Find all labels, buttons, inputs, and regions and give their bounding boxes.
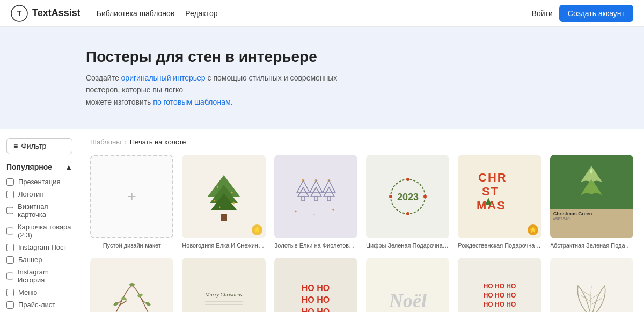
template-card-green-numbers[interactable]: 2023 Цифры Зеленая Подарочная Насте...: [366, 155, 449, 249]
template-visual-hohoho2: HO HO HO HO HO HO HO HO HO: [458, 258, 541, 312]
sidebar-item-instagram-story[interactable]: Instagram История: [6, 266, 72, 286]
content-area: Шаблоны › Печать на холсте + Пустой диза…: [79, 129, 644, 312]
template-card-hohoho2[interactable]: HO HO HO HO HO HO HO HO HO HO HO HO 2: [458, 258, 541, 312]
sidebar-item-label: Презентация: [18, 178, 61, 186]
svg-text:✦: ✦: [216, 185, 219, 190]
add-design-button[interactable]: +: [90, 155, 173, 238]
sidebar-item-label: Визитная карточка: [18, 202, 72, 219]
abstract-tree-svg: [575, 163, 608, 201]
nav-editor[interactable]: Редактор: [185, 9, 217, 18]
template-label-purple-trees: Золотые Елки на Фиолетовом Фоне...: [274, 242, 357, 249]
hero-link-interior[interactable]: оригинальный интерьер: [121, 74, 206, 82]
create-account-button[interactable]: Создать аккаунт: [559, 5, 633, 22]
svg-rect-21: [327, 197, 331, 201]
template-label-green-numbers: Цифры Зеленая Подарочная Насте...: [366, 242, 449, 249]
svg-text:HO HO HO: HO HO HO: [484, 292, 516, 299]
header: T TextAssist Библиотека шаблонов Редакто…: [0, 0, 644, 27]
header-actions: Войти Создать аккаунт: [532, 5, 633, 22]
featured-badge-1: ⭐: [252, 224, 262, 235]
svg-point-30: [406, 212, 409, 215]
svg-text:✦: ✦: [232, 201, 236, 206]
template-card-purple-trees[interactable]: ✦ ✦ ✦ Золотые Елки на Фиолетовом Фоне...: [274, 155, 357, 249]
template-label-christmas-text: Рождественская Подарочная Наст...: [458, 242, 541, 249]
svg-text:HO HO HO: HO HO HO: [484, 301, 516, 308]
featured-badge-2: ⭐: [528, 224, 538, 235]
card-thumb-branches: [90, 258, 173, 312]
template-card-noel[interactable]: Noël Noel: [366, 258, 449, 312]
sidebar-item-presentation[interactable]: Презентация: [6, 176, 72, 188]
template-visual-merry-christmas: Marry Christmas: [182, 258, 265, 312]
svg-point-29: [423, 195, 427, 198]
svg-marker-19: [323, 180, 335, 193]
card-thumb-hohoho2: HO HO HO HO HO HO HO HO HO: [458, 258, 541, 312]
christmas-green-code: #587540: [553, 216, 570, 221]
checkbox-menu[interactable]: [6, 289, 14, 296]
card-thumb-noel: Noël: [366, 258, 449, 312]
svg-marker-15: [310, 180, 323, 193]
sidebar-item-label: Instagram Пост: [18, 243, 67, 251]
svg-text:HO HO: HO HO: [302, 284, 330, 293]
template-card-empty[interactable]: + Пустой дизайн-макет: [90, 155, 173, 249]
card-thumb-purple-trees: ✦ ✦ ✦: [274, 155, 357, 238]
svg-text:ST: ST: [482, 185, 499, 198]
svg-point-38: [129, 283, 135, 286]
svg-rect-13: [302, 197, 305, 201]
template-card-branches[interactable]: Ветви: [90, 258, 173, 312]
template-card-christmas-tree[interactable]: ✦ ✦ ✦ ✦ ✦ ⭐ Новогодняя Елка И Снежинки П…: [182, 155, 265, 249]
template-card-leaf[interactable]: Лист: [550, 258, 633, 312]
sidebar-item-label: Прайс-лист: [18, 301, 55, 309]
sidebar-item-instagram-post[interactable]: Instagram Пост: [6, 241, 72, 253]
checkbox-product-card[interactable]: [6, 227, 13, 235]
template-visual-noel: Noël: [366, 258, 449, 312]
checkbox-business-card[interactable]: [6, 207, 13, 214]
branches-svg: [108, 275, 156, 312]
card-thumb-christmas-tree: ✦ ✦ ✦ ✦ ✦ ⭐: [182, 155, 265, 238]
template-card-hohoho[interactable]: HO HO HO HO HO HO HO HO HO: [274, 258, 357, 312]
sidebar-item-banner[interactable]: Баннер: [6, 253, 72, 266]
popular-section-header[interactable]: Популярное ▲: [6, 163, 72, 171]
template-visual-green-numbers: 2023: [366, 155, 449, 238]
checkbox-banner[interactable]: [6, 256, 14, 264]
main-nav: Библиотека шаблонов Редактор: [97, 9, 532, 18]
template-card-merry-christmas[interactable]: Marry Christmas Merry Christmas: [182, 258, 265, 312]
filter-button[interactable]: ≡ Фильтр: [6, 138, 72, 154]
template-grid-row2: Ветви Marry Christmas Merry Christmas: [90, 258, 633, 312]
nav-template-library[interactable]: Библиотека шаблонов: [97, 9, 175, 18]
svg-rect-2: [221, 214, 227, 221]
svg-point-28: [406, 178, 409, 181]
leaf-svg: [570, 275, 613, 312]
sidebar-item-business-card[interactable]: Визитная карточка: [6, 200, 72, 221]
svg-marker-11: [297, 180, 310, 193]
checkbox-pricelist[interactable]: [6, 301, 14, 309]
svg-text:✦: ✦: [213, 199, 216, 202]
sidebar-item-logo[interactable]: Логотип: [6, 188, 72, 200]
breadcrumb-root[interactable]: Шаблоны: [90, 138, 121, 146]
hero-link-templates[interactable]: по готовым шаблонам.: [153, 98, 232, 106]
svg-text:CHR: CHR: [478, 171, 507, 184]
template-card-abstract-green[interactable]: Christmas Green #587540 Абстрактная Зеле…: [550, 155, 633, 249]
template-card-christmas-text[interactable]: CHR ST MAS ⭐ Рождественская Подарочная Н…: [458, 155, 541, 249]
logo-area[interactable]: T TextAssist: [11, 5, 80, 22]
checkbox-logo[interactable]: [6, 191, 14, 198]
card-thumb-abstract-green: Christmas Green #587540: [550, 155, 633, 238]
svg-point-40: [145, 301, 151, 307]
login-button[interactable]: Войти: [532, 9, 553, 18]
template-visual-purple-trees: ✦ ✦ ✦: [274, 155, 357, 238]
checkbox-presentation[interactable]: [6, 178, 14, 186]
template-visual-branches: [90, 258, 173, 312]
sidebar-item-menu[interactable]: Меню: [6, 286, 72, 299]
checkbox-instagram-story[interactable]: [6, 272, 13, 280]
svg-text:HO HO: HO HO: [302, 295, 330, 304]
hero-description: Создайте оригинальный интерьер с помощью…: [86, 72, 365, 108]
christmas-tree-svg: ✦ ✦ ✦ ✦ ✦: [202, 170, 245, 223]
svg-text:2023: 2023: [397, 192, 419, 202]
sidebar-item-label: Меню: [18, 288, 37, 296]
sidebar-item-label: Баннер: [18, 256, 42, 264]
sidebar-item-product-card[interactable]: Карточка товара (2:3): [6, 221, 72, 241]
sidebar-item-pricelist[interactable]: Прайс-лист: [6, 299, 72, 311]
collapse-icon: ▲: [65, 163, 72, 171]
checkbox-instagram-post[interactable]: [6, 244, 14, 251]
card-thumb-leaf: [550, 258, 633, 312]
card-thumb-hohoho: HO HO HO HO HO HO: [274, 258, 357, 312]
svg-text:✦: ✦: [230, 191, 233, 194]
